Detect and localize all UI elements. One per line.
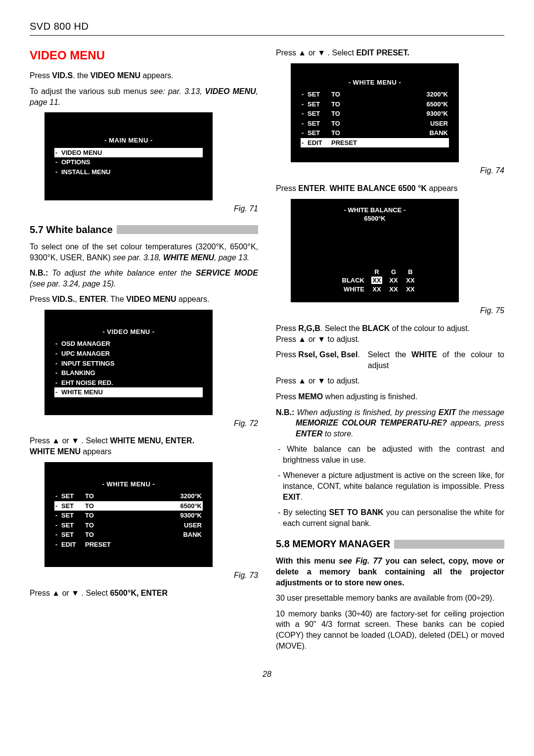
- p-press-vids-enter: Press VID.S., ENTER. The VIDEO MENU appe…: [30, 294, 258, 305]
- screen3-row: -SETTO9300°K: [54, 511, 203, 520]
- p-select-temp: To select one of the set colour temperat…: [30, 241, 258, 263]
- screen4-row: -SETTO6500°K: [301, 99, 449, 109]
- heading-5-7: 5.7 White balance: [30, 223, 258, 236]
- down-arrow-icon: ▼: [317, 335, 325, 343]
- p-press-vids: Press VID.S. the VIDEO MENU appears.: [30, 70, 258, 81]
- screen-video-menu: - VIDEO MENU - -OSD MANAGER -UPC MANAGER…: [44, 310, 213, 415]
- heading-video-menu: VIDEO MENU: [30, 47, 258, 63]
- wb-white-label: WHITE: [331, 285, 368, 294]
- down-arrow-icon: ▼: [71, 436, 79, 445]
- screen-main-menu: - MAIN MENU - -VIDEO MENU -OPTIONS -INST…: [44, 112, 213, 200]
- p-nb-service: N.B.: To adjust the white balance enter …: [30, 268, 258, 289]
- p-select-edit-preset: Press ▲ or ▼ . Select EDIT PRESET.: [276, 47, 504, 58]
- screen4-row: -SETTOBANK: [301, 128, 449, 138]
- screen4-row: -SETTO3200°K: [301, 90, 449, 99]
- up-arrow-icon: ▲: [298, 335, 306, 343]
- screen2-title: - VIDEO MENU -: [54, 328, 203, 336]
- screen4-row: -SETTO9300°K: [301, 109, 449, 119]
- p-memory-10: 10 memory banks (30÷40) are factory-set …: [276, 609, 504, 651]
- screen2-row-sel: -WHITE MENU: [54, 387, 203, 397]
- down-arrow-icon: ▼: [317, 377, 325, 385]
- screen3-title: - WHITE MENU -: [54, 480, 203, 489]
- screen-white-menu-2: - WHITE MENU - -SETTO3200°K -SETTO6500°K…: [291, 63, 459, 163]
- wb-col-g: G: [385, 268, 402, 277]
- header-rule: [30, 35, 504, 36]
- p-adjust-submenus: To adjust the various sub menus see: par…: [30, 86, 258, 107]
- screen3-row: -SETTOUSER: [54, 520, 203, 530]
- wb-black-r: XX: [371, 277, 382, 284]
- right-column: Press ▲ or ▼ . Select EDIT PRESET. - WHI…: [276, 45, 504, 656]
- wb-white-g: XX: [385, 285, 402, 294]
- p-press-rgb: Press R,G,B. Select the BLACK of the col…: [276, 323, 504, 344]
- screen-white-menu: - WHITE MENU - -SETTO3200°K -SETTO6500°K…: [44, 462, 213, 567]
- fig-73: Fig. 73: [30, 570, 258, 581]
- fig-72: Fig. 72: [30, 418, 258, 429]
- screen2-row: -EHT NOISE RED.: [54, 378, 203, 388]
- up-arrow-icon: ▲: [52, 436, 60, 445]
- p-memory-30: 30 user presettable memory banks are ava…: [276, 593, 504, 604]
- heading-5-8: 5.8 MEMORY MANAGER: [276, 537, 504, 551]
- fig-71: Fig. 71: [30, 203, 258, 214]
- down-arrow-icon: ▼: [317, 48, 325, 57]
- screen3-row: -SETTO3200°K: [54, 491, 203, 501]
- wb-black-b: XX: [402, 276, 419, 285]
- down-arrow-icon: ▼: [71, 589, 79, 597]
- wb-title2: 6500°K: [301, 214, 449, 223]
- up-arrow-icon: ▲: [52, 589, 60, 597]
- p-press-enter-wb: Press ENTER. WHITE BALANCE 6500 °K appea…: [276, 183, 504, 194]
- fig-75: Fig. 75: [276, 305, 504, 316]
- screen1-row-install: -INSTALL. MENU: [54, 167, 203, 177]
- screen2-row: -BLANKING: [54, 368, 203, 378]
- bullet-2: - Whenever a picture adjustment is activ…: [276, 470, 504, 502]
- bullet-3: - By selecting SET TO BANK you can perso…: [276, 507, 504, 528]
- screen2-row: -UPC MANAGER: [54, 349, 203, 359]
- wb-black-label: BLACK: [331, 276, 368, 285]
- wb-col-b: B: [402, 268, 419, 277]
- screen2-row: -OSD MANAGER: [54, 339, 203, 349]
- screen1-row-options: -OPTIONS: [54, 157, 203, 167]
- p-press-adjust2: Press ▲ or ▼ to adjust.: [276, 376, 504, 386]
- up-arrow-icon: ▲: [298, 377, 306, 385]
- screen4-row-sel: -EDITPRESET: [301, 138, 449, 148]
- screen-white-balance: - WHITE BALANCE - 6500°K RGB BLACKXXXXXX…: [291, 199, 459, 303]
- wb-white-r: XX: [368, 285, 385, 294]
- p-nb-exit: N.B.: When adjusting is finished, by pre…: [276, 407, 504, 439]
- wb-title1: - WHITE BALANCE -: [301, 206, 449, 215]
- fig-74: Fig. 74: [276, 165, 504, 176]
- wb-col-r: R: [368, 268, 385, 277]
- screen4-row: -SETTOUSER: [301, 119, 449, 129]
- p-press-sel: Press Rsel, Gsel, Bsel. Select the WHITE…: [276, 349, 504, 371]
- left-column: VIDEO MENU Press VID.S. the VIDEO MENU a…: [30, 45, 258, 656]
- up-arrow-icon: ▲: [298, 48, 306, 57]
- wb-black-g: XX: [385, 276, 402, 285]
- screen3-row-sel: -SETTO6500°K: [54, 501, 203, 511]
- model-header: SVD 800 HD: [30, 20, 504, 33]
- screen1-title: - MAIN MENU -: [54, 136, 203, 145]
- page-number: 28: [30, 669, 504, 680]
- p-press-memo: Press MEMO when adjusting is finished.: [276, 391, 504, 402]
- screen2-row: -INPUT SETTINGS: [54, 359, 203, 369]
- p-select-6500k: Press ▲ or ▼ . Select 6500°K, ENTER: [30, 588, 258, 599]
- p-memory-intro: With this menu see Fig. 77 you can selec…: [276, 556, 504, 588]
- wb-white-b: XX: [402, 285, 419, 294]
- bullet-1: - White balance can be adjusted with the…: [276, 444, 504, 465]
- p-select-white-menu: Press ▲ or ▼ . Select WHITE MENU, ENTER.…: [30, 435, 258, 457]
- screen3-row: -SETTOBANK: [54, 530, 203, 540]
- screen4-title: - WHITE MENU -: [301, 78, 449, 87]
- screen3-row: -EDITPRESET: [54, 540, 203, 550]
- screen1-row-video: -VIDEO MENU: [54, 148, 203, 158]
